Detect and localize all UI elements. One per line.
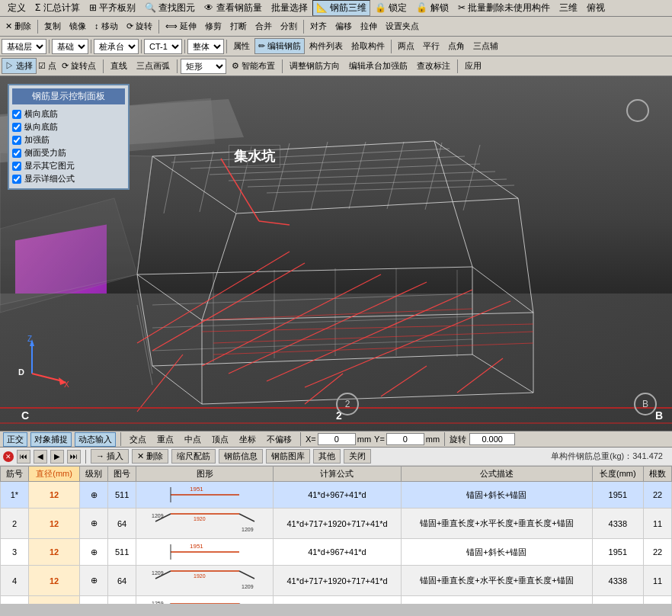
sep-5 xyxy=(91,40,91,53)
btn-move[interactable]: ↕ 移动 xyxy=(91,18,122,34)
cb-other-elements[interactable] xyxy=(12,162,21,171)
btn-rotate[interactable]: ⟳ 旋转 xyxy=(123,18,156,34)
viewport-3d[interactable]: 集水坑 钢筋显示控制面板 横向底筋 纵向底筋 加强筋 侧面受力筋 显示其它图元 … xyxy=(0,76,672,431)
btn-other[interactable]: 其他 xyxy=(313,449,341,464)
table-row[interactable]: 1* 12 ⊕ 511 1951 41*d+967+41*d xyxy=(1,482,672,509)
status-midpoint-heavy[interactable]: 重点 xyxy=(153,432,178,447)
table-row[interactable]: 5 12 ⊕ 615 1259 2203 1259 xyxy=(1,596,672,605)
btn-align[interactable]: 对齐 xyxy=(306,18,331,34)
svg-text:1209: 1209 xyxy=(242,527,254,532)
status-coord[interactable]: 坐标 xyxy=(235,432,260,447)
btn-apply[interactable]: 应用 xyxy=(461,58,485,74)
th-formula: 计算公式 xyxy=(274,467,402,482)
label-detail-formula: 显示详细公式 xyxy=(24,173,75,184)
menu-lock[interactable]: 🔒 锁定 xyxy=(370,0,411,16)
panel-item-detail-formula[interactable]: 显示详细公式 xyxy=(12,172,125,185)
btn-edit-rebar[interactable]: ✏ 编辑钢筋 xyxy=(254,38,305,54)
btn-line[interactable]: 直线 xyxy=(107,58,131,74)
btn-smart-layout[interactable]: ⚙ 智能布置 xyxy=(228,58,279,74)
btn-adjust-direction[interactable]: 调整钢筋方向 xyxy=(286,58,344,74)
btn-insert[interactable]: → 插入 xyxy=(91,449,129,464)
cb-strengthen[interactable] xyxy=(12,136,21,145)
btn-offset[interactable]: 偏移 xyxy=(331,18,356,34)
btn-mirror[interactable]: 镜像 xyxy=(66,18,90,34)
component-select[interactable]: CT-1 xyxy=(144,39,182,54)
menu-3d[interactable]: 三维 xyxy=(555,0,582,16)
svg-line-22 xyxy=(311,142,328,210)
btn-break[interactable]: 打断 xyxy=(226,18,251,34)
btn-scale-rebar[interactable]: 缩尺配筋 xyxy=(171,449,216,464)
btn-pick-component[interactable]: 拾取构件 xyxy=(347,38,389,54)
panel-item-side[interactable]: 侧面受力筋 xyxy=(12,146,125,159)
btn-merge[interactable]: 合并 xyxy=(251,18,276,34)
btn-select[interactable]: ▷ 选择 xyxy=(2,58,37,74)
table-row[interactable]: 4 12 ⊕ 64 1209 1920 1209 xyxy=(1,566,672,596)
menu-top-view[interactable]: 俯视 xyxy=(582,0,610,16)
type-select[interactable]: 基础 xyxy=(52,39,88,54)
btn-delete[interactable]: ✕ 删除 xyxy=(2,18,35,34)
svg-line-8 xyxy=(137,274,152,366)
x-input[interactable] xyxy=(318,433,356,445)
btn-close[interactable]: 关闭 xyxy=(344,449,371,464)
btn-property[interactable]: 属性 xyxy=(229,38,254,54)
nav-first-btn[interactable]: ⏮ xyxy=(17,450,30,464)
btn-point-angle[interactable]: 点角 xyxy=(444,38,469,54)
btn-copy[interactable]: 复制 xyxy=(40,18,65,34)
nav-last-btn[interactable]: ⏭ xyxy=(67,450,81,464)
y-input[interactable] xyxy=(386,433,424,445)
nav-prev-btn[interactable]: ◀ xyxy=(34,450,47,464)
cb-side[interactable] xyxy=(12,149,21,158)
panel-item-horizontal[interactable]: 横向底筋 xyxy=(12,107,125,120)
btn-extend[interactable]: ⟺ 延伸 xyxy=(162,18,200,34)
status-intersection[interactable]: 交点 xyxy=(126,432,150,447)
rotate-input[interactable] xyxy=(469,433,515,445)
menu-unlock[interactable]: 🔓 解锁 xyxy=(411,0,453,16)
status-no-offset[interactable]: 不偏移 xyxy=(263,432,296,447)
status-orthogonal[interactable]: 正交 xyxy=(3,432,27,447)
cb-vertical[interactable] xyxy=(12,123,21,132)
status-midpoint[interactable]: 中点 xyxy=(181,432,205,447)
table-row[interactable]: 3 12 ⊕ 511 1951 41*d+967+41*d xyxy=(1,539,672,566)
shape-select[interactable]: 矩形 xyxy=(181,59,226,74)
menu-batch-delete[interactable]: ✂ 批量删除未使用构件 xyxy=(453,0,555,16)
menu-rebar-3d[interactable]: 📐 钢筋三维 xyxy=(312,0,370,16)
btn-grip[interactable]: 设置夹点 xyxy=(382,18,423,34)
btn-rebar-lib[interactable]: 钢筋图库 xyxy=(266,449,310,464)
btn-rotate-point[interactable]: ⟳ 旋转点 xyxy=(58,58,100,74)
status-vertex[interactable]: 顶点 xyxy=(208,432,232,447)
btn-split[interactable]: 分割 xyxy=(277,18,301,34)
menu-view-rebar[interactable]: 👁 查看钢筋量 xyxy=(200,0,266,16)
btn-delete-row[interactable]: ✕ 删除 xyxy=(132,449,168,464)
btn-rebar-info[interactable]: 钢筋信息 xyxy=(219,449,263,464)
rebar-table[interactable]: 筋号 直径(mm) 级别 图号 图形 计算公式 公式描述 长度(mm) 根数 1… xyxy=(0,466,672,604)
btn-check-mark[interactable]: 查改标注 xyxy=(413,58,454,74)
btn-two-point[interactable]: 两点 xyxy=(394,38,418,54)
component-type-select[interactable]: 桩承台 xyxy=(94,39,139,54)
nav-next-btn[interactable]: ▶ xyxy=(50,450,64,464)
cb-detail-formula[interactable] xyxy=(12,175,21,184)
panel-item-other-elements[interactable]: 显示其它图元 xyxy=(12,159,125,172)
status-dynamic-input[interactable]: 动态输入 xyxy=(75,432,116,447)
menu-find[interactable]: 🔍 查找图元 xyxy=(140,0,200,16)
close-btn[interactable]: ✕ xyxy=(3,451,14,462)
cb-horizontal[interactable] xyxy=(12,110,21,119)
layer-select[interactable]: 基础层 xyxy=(2,39,46,54)
btn-stretch[interactable]: 拉伸 xyxy=(357,18,381,34)
btn-arc[interactable]: 三点画弧 xyxy=(133,58,174,74)
btn-parallel[interactable]: 平行 xyxy=(419,38,443,54)
menu-define[interactable]: 定义 xyxy=(3,0,30,16)
btn-three-point[interactable]: 三点辅 xyxy=(469,38,502,54)
panel-item-vertical[interactable]: 纵向底筋 xyxy=(12,120,125,133)
menu-batch-select[interactable]: 批量选择 xyxy=(267,0,312,16)
btn-edit-strongbar[interactable]: 编辑承台加强筋 xyxy=(345,58,411,74)
menu-total[interactable]: Σ 汇总计算 xyxy=(30,0,85,16)
table-row[interactable]: 2 12 ⊕ 64 1209 1920 1209 xyxy=(1,509,672,539)
cell-grade: ⊕ xyxy=(80,539,108,566)
cell-count: 11 xyxy=(644,566,672,596)
menu-align[interactable]: ⊞ 平齐板别 xyxy=(85,0,140,16)
btn-trim[interactable]: 修剪 xyxy=(201,18,226,34)
btn-component-list[interactable]: 构件列表 xyxy=(306,38,347,54)
status-snap[interactable]: 对象捕捉 xyxy=(30,432,72,447)
scope-select[interactable]: 整体 xyxy=(187,39,224,54)
panel-item-strengthen[interactable]: 加强筋 xyxy=(12,133,125,146)
